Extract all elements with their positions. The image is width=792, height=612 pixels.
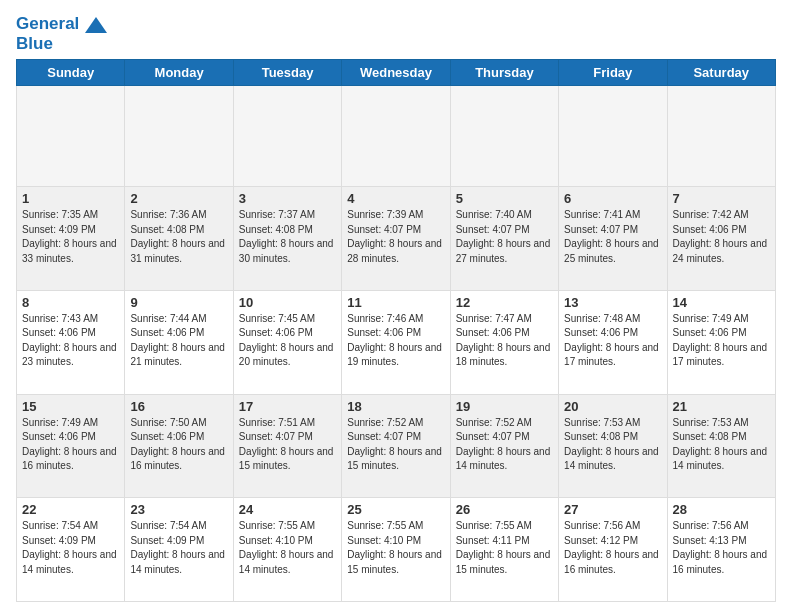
calendar-cell: 28Sunrise: 7:56 AMSunset: 4:13 PMDayligh…: [667, 498, 775, 602]
calendar-cell: 20Sunrise: 7:53 AMSunset: 4:08 PMDayligh…: [559, 394, 667, 498]
day-number: 10: [239, 295, 336, 310]
day-number: 6: [564, 191, 661, 206]
col-wednesday: Wednesday: [342, 60, 450, 86]
calendar-week-4: 15Sunrise: 7:49 AMSunset: 4:06 PMDayligh…: [17, 394, 776, 498]
calendar-cell: 26Sunrise: 7:55 AMSunset: 4:11 PMDayligh…: [450, 498, 558, 602]
day-number: 20: [564, 399, 661, 414]
calendar-cell: [125, 86, 233, 187]
calendar-cell: 1Sunrise: 7:35 AMSunset: 4:09 PMDaylight…: [17, 187, 125, 291]
day-number: 12: [456, 295, 553, 310]
day-info: Sunrise: 7:56 AMSunset: 4:12 PMDaylight:…: [564, 519, 661, 577]
day-number: 15: [22, 399, 119, 414]
day-number: 14: [673, 295, 770, 310]
header-row: Sunday Monday Tuesday Wednesday Thursday…: [17, 60, 776, 86]
calendar-cell: 5Sunrise: 7:40 AMSunset: 4:07 PMDaylight…: [450, 187, 558, 291]
day-number: 21: [673, 399, 770, 414]
day-info: Sunrise: 7:55 AMSunset: 4:10 PMDaylight:…: [239, 519, 336, 577]
day-info: Sunrise: 7:50 AMSunset: 4:06 PMDaylight:…: [130, 416, 227, 474]
calendar-cell: 25Sunrise: 7:55 AMSunset: 4:10 PMDayligh…: [342, 498, 450, 602]
day-info: Sunrise: 7:52 AMSunset: 4:07 PMDaylight:…: [456, 416, 553, 474]
day-number: 16: [130, 399, 227, 414]
logo: General Blue: [16, 14, 107, 53]
day-number: 27: [564, 502, 661, 517]
day-info: Sunrise: 7:52 AMSunset: 4:07 PMDaylight:…: [347, 416, 444, 474]
calendar-cell: [17, 86, 125, 187]
svg-marker-0: [85, 17, 107, 33]
day-number: 1: [22, 191, 119, 206]
col-monday: Monday: [125, 60, 233, 86]
day-info: Sunrise: 7:37 AMSunset: 4:08 PMDaylight:…: [239, 208, 336, 266]
day-number: 24: [239, 502, 336, 517]
day-info: Sunrise: 7:46 AMSunset: 4:06 PMDaylight:…: [347, 312, 444, 370]
day-info: Sunrise: 7:51 AMSunset: 4:07 PMDaylight:…: [239, 416, 336, 474]
calendar-cell: 14Sunrise: 7:49 AMSunset: 4:06 PMDayligh…: [667, 290, 775, 394]
calendar-cell: 27Sunrise: 7:56 AMSunset: 4:12 PMDayligh…: [559, 498, 667, 602]
day-number: 23: [130, 502, 227, 517]
day-number: 25: [347, 502, 444, 517]
calendar-cell: [233, 86, 341, 187]
day-info: Sunrise: 7:36 AMSunset: 4:08 PMDaylight:…: [130, 208, 227, 266]
day-info: Sunrise: 7:47 AMSunset: 4:06 PMDaylight:…: [456, 312, 553, 370]
page: General Blue Sunday Monday Tuesday Wedne…: [0, 0, 792, 612]
col-saturday: Saturday: [667, 60, 775, 86]
day-number: 4: [347, 191, 444, 206]
calendar-cell: 19Sunrise: 7:52 AMSunset: 4:07 PMDayligh…: [450, 394, 558, 498]
day-info: Sunrise: 7:44 AMSunset: 4:06 PMDaylight:…: [130, 312, 227, 370]
day-info: Sunrise: 7:41 AMSunset: 4:07 PMDaylight:…: [564, 208, 661, 266]
calendar-cell: 9Sunrise: 7:44 AMSunset: 4:06 PMDaylight…: [125, 290, 233, 394]
day-info: Sunrise: 7:54 AMSunset: 4:09 PMDaylight:…: [130, 519, 227, 577]
calendar-cell: 3Sunrise: 7:37 AMSunset: 4:08 PMDaylight…: [233, 187, 341, 291]
day-number: 22: [22, 502, 119, 517]
col-sunday: Sunday: [17, 60, 125, 86]
calendar-cell: [559, 86, 667, 187]
calendar-cell: 4Sunrise: 7:39 AMSunset: 4:07 PMDaylight…: [342, 187, 450, 291]
calendar-cell: 24Sunrise: 7:55 AMSunset: 4:10 PMDayligh…: [233, 498, 341, 602]
logo-text: General: [16, 14, 107, 34]
day-info: Sunrise: 7:45 AMSunset: 4:06 PMDaylight:…: [239, 312, 336, 370]
logo-icon: [85, 17, 107, 33]
day-info: Sunrise: 7:56 AMSunset: 4:13 PMDaylight:…: [673, 519, 770, 577]
calendar-cell: 12Sunrise: 7:47 AMSunset: 4:06 PMDayligh…: [450, 290, 558, 394]
day-info: Sunrise: 7:54 AMSunset: 4:09 PMDaylight:…: [22, 519, 119, 577]
day-info: Sunrise: 7:53 AMSunset: 4:08 PMDaylight:…: [564, 416, 661, 474]
calendar-cell: 8Sunrise: 7:43 AMSunset: 4:06 PMDaylight…: [17, 290, 125, 394]
calendar-cell: 6Sunrise: 7:41 AMSunset: 4:07 PMDaylight…: [559, 187, 667, 291]
calendar-week-5: 22Sunrise: 7:54 AMSunset: 4:09 PMDayligh…: [17, 498, 776, 602]
header: General Blue: [16, 10, 776, 53]
calendar-cell: 10Sunrise: 7:45 AMSunset: 4:06 PMDayligh…: [233, 290, 341, 394]
day-number: 7: [673, 191, 770, 206]
col-thursday: Thursday: [450, 60, 558, 86]
col-friday: Friday: [559, 60, 667, 86]
calendar-cell: [342, 86, 450, 187]
day-info: Sunrise: 7:40 AMSunset: 4:07 PMDaylight:…: [456, 208, 553, 266]
calendar-week-1: [17, 86, 776, 187]
calendar-cell: 23Sunrise: 7:54 AMSunset: 4:09 PMDayligh…: [125, 498, 233, 602]
day-number: 5: [456, 191, 553, 206]
logo-general: General: [16, 14, 79, 33]
day-number: 19: [456, 399, 553, 414]
calendar-cell: 21Sunrise: 7:53 AMSunset: 4:08 PMDayligh…: [667, 394, 775, 498]
calendar-cell: 22Sunrise: 7:54 AMSunset: 4:09 PMDayligh…: [17, 498, 125, 602]
calendar-cell: 17Sunrise: 7:51 AMSunset: 4:07 PMDayligh…: [233, 394, 341, 498]
day-info: Sunrise: 7:55 AMSunset: 4:10 PMDaylight:…: [347, 519, 444, 577]
calendar-week-2: 1Sunrise: 7:35 AMSunset: 4:09 PMDaylight…: [17, 187, 776, 291]
day-number: 28: [673, 502, 770, 517]
day-number: 26: [456, 502, 553, 517]
calendar-cell: 2Sunrise: 7:36 AMSunset: 4:08 PMDaylight…: [125, 187, 233, 291]
calendar-cell: [450, 86, 558, 187]
day-info: Sunrise: 7:42 AMSunset: 4:06 PMDaylight:…: [673, 208, 770, 266]
day-number: 2: [130, 191, 227, 206]
day-number: 18: [347, 399, 444, 414]
day-number: 3: [239, 191, 336, 206]
day-info: Sunrise: 7:39 AMSunset: 4:07 PMDaylight:…: [347, 208, 444, 266]
day-number: 9: [130, 295, 227, 310]
day-info: Sunrise: 7:43 AMSunset: 4:06 PMDaylight:…: [22, 312, 119, 370]
calendar-cell: [667, 86, 775, 187]
calendar-table: Sunday Monday Tuesday Wednesday Thursday…: [16, 59, 776, 602]
day-number: 8: [22, 295, 119, 310]
day-info: Sunrise: 7:49 AMSunset: 4:06 PMDaylight:…: [673, 312, 770, 370]
day-info: Sunrise: 7:53 AMSunset: 4:08 PMDaylight:…: [673, 416, 770, 474]
calendar-cell: 18Sunrise: 7:52 AMSunset: 4:07 PMDayligh…: [342, 394, 450, 498]
day-number: 17: [239, 399, 336, 414]
calendar-cell: 13Sunrise: 7:48 AMSunset: 4:06 PMDayligh…: [559, 290, 667, 394]
